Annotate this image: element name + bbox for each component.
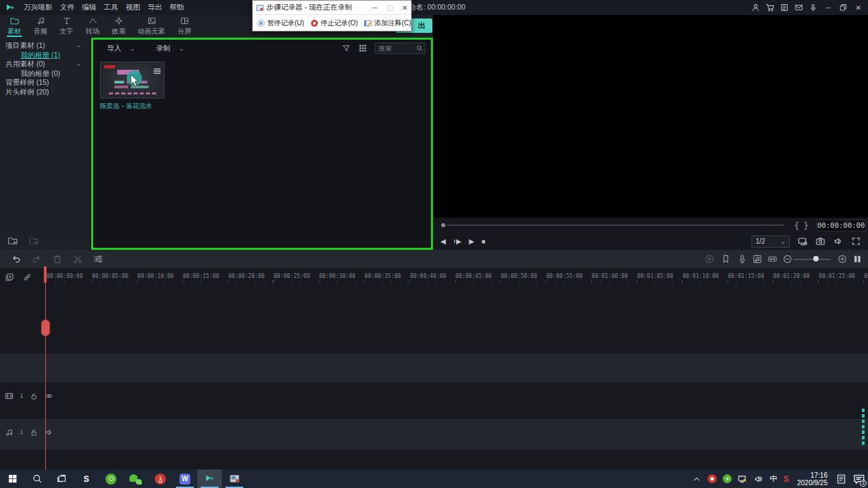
add-comment-button[interactable]: 添加注释(C) <box>364 18 411 28</box>
stop-button[interactable]: ■ <box>482 238 485 245</box>
playhead-head[interactable] <box>44 266 47 283</box>
menu-item[interactable]: 导出 <box>144 3 166 12</box>
mail-icon[interactable] <box>794 3 804 12</box>
media-clip-thumbnail[interactable] <box>100 62 164 99</box>
sidebar-item-intro-samples[interactable]: 片头样例 (20) <box>0 88 90 97</box>
fullscreen-icon[interactable] <box>851 236 861 246</box>
clip-caption[interactable]: 陈奕迅－落花流水 <box>100 102 152 111</box>
sidebar-item-my-album-shared[interactable]: 我的相册 (0) <box>0 69 90 79</box>
close-button[interactable]: ✕ <box>853 4 864 12</box>
delete-folder-icon[interactable] <box>29 235 39 246</box>
display-settings-icon[interactable] <box>797 236 808 246</box>
scrubber-track[interactable] <box>447 224 784 226</box>
tray-volume-icon[interactable] <box>754 474 763 484</box>
tab-media[interactable]: 素材 <box>1 15 27 38</box>
volume-icon[interactable] <box>833 236 843 246</box>
menu-item[interactable]: 编辑 <box>78 3 100 12</box>
account-icon[interactable] <box>751 3 760 12</box>
sidebar-item-background-samples[interactable]: 背景样例 (15) <box>0 78 90 88</box>
start-button[interactable] <box>0 470 25 488</box>
mark-in-icon[interactable]: { <box>792 220 802 231</box>
tab-text[interactable]: 文字 <box>53 15 79 38</box>
zoom-out-icon[interactable] <box>782 254 793 264</box>
undo-icon[interactable] <box>11 254 21 264</box>
network-display-icon[interactable] <box>738 474 747 484</box>
timeline-zoom-slider[interactable] <box>793 259 830 260</box>
stop-record-button[interactable]: 停止记录(O) <box>310 18 358 28</box>
link-icon[interactable] <box>23 272 32 282</box>
playhead-handle[interactable] <box>41 320 50 336</box>
menu-item[interactable]: 工具 <box>100 3 122 12</box>
playhead-line[interactable] <box>45 268 46 470</box>
dialog-minimize-button[interactable]: ─ <box>369 4 381 12</box>
play-button[interactable]: ▶ <box>469 237 474 245</box>
taskbar-app-netease[interactable] <box>148 470 173 488</box>
tab-audio[interactable]: 音频 <box>27 15 53 38</box>
marker-icon[interactable] <box>721 254 731 264</box>
tab-transition[interactable]: 转场 <box>79 15 106 38</box>
previous-frame-button[interactable]: ◀ <box>441 237 446 245</box>
next-frame-button[interactable]: ▶ <box>454 237 462 245</box>
timeline-track-lane-lower[interactable] <box>0 419 868 450</box>
split-scissors-icon[interactable] <box>73 254 83 264</box>
lock-track-icon[interactable] <box>29 391 38 400</box>
taskbar-app-blue[interactable]: W <box>173 470 197 488</box>
dialog-close-button[interactable]: ✕ <box>399 4 411 12</box>
timeline-scrollbar[interactable] <box>862 409 865 446</box>
track-height-toggle-icon[interactable] <box>852 254 863 264</box>
chevron-down-icon[interactable]: ⌄ <box>76 59 82 68</box>
mark-out-icon[interactable]: } <box>802 220 811 231</box>
snapshot-camera-icon[interactable] <box>815 236 826 246</box>
action-center-button[interactable]: 3 <box>853 473 865 485</box>
sidebar-item-my-album-project[interactable]: 我的相册 (1) <box>0 51 90 60</box>
license-icon[interactable] <box>780 3 789 12</box>
menu-item[interactable]: 万兴喵影 <box>20 3 56 12</box>
sidebar-item-shared-media[interactable]: 共用素材 (0) ⌄ <box>0 60 90 69</box>
tray-green-app-icon[interactable]: + <box>723 474 732 483</box>
grid-view-icon[interactable] <box>358 44 367 53</box>
chevron-down-icon[interactable]: ⌄ <box>129 44 135 52</box>
voiceover-mic-icon[interactable] <box>737 254 747 264</box>
task-view-button[interactable] <box>49 470 74 488</box>
sidebar-item-project-media[interactable]: 项目素材 (1) ⌄ <box>0 41 90 51</box>
zoom-to-fit-icon[interactable] <box>767 254 778 264</box>
taskbar-app-wechat[interactable] <box>123 470 148 488</box>
restore-button[interactable] <box>839 3 848 12</box>
redo-icon[interactable] <box>32 254 42 264</box>
chevron-down-icon[interactable]: ⌄ <box>76 40 82 50</box>
cart-icon[interactable] <box>765 3 775 12</box>
taskbar-app-recorder[interactable] <box>222 470 247 488</box>
preview-scale-select[interactable]: 1/2 ⌄ <box>752 235 790 248</box>
lock-track-icon[interactable] <box>29 427 38 436</box>
minimize-button[interactable]: ─ <box>823 4 834 12</box>
render-preview-icon[interactable] <box>704 254 715 264</box>
menu-item[interactable]: 视图 <box>122 3 144 12</box>
taskbar-clock[interactable]: 17:16 2020/9/25 <box>795 472 830 487</box>
mic-icon[interactable] <box>808 3 818 12</box>
search-icon[interactable] <box>416 44 423 52</box>
taskbar-search-button[interactable] <box>25 470 49 488</box>
timeline-track-lane-upper[interactable] <box>0 354 868 382</box>
tab-splitscreen[interactable]: 分屏 <box>171 15 197 38</box>
import-button[interactable]: 导入 ⌄ <box>107 44 135 53</box>
record-button[interactable]: 录制 ⌄ <box>156 44 184 53</box>
adjust-properties-icon[interactable] <box>93 254 103 264</box>
delete-icon[interactable] <box>52 254 62 264</box>
taskbar-app-s[interactable]: S <box>74 470 99 488</box>
zoom-in-icon[interactable] <box>837 254 847 264</box>
menu-item[interactable]: 帮助 <box>166 3 188 12</box>
filter-icon[interactable] <box>342 44 351 53</box>
timeline-zoom-handle[interactable] <box>813 256 819 261</box>
manage-tracks-icon[interactable] <box>5 272 14 282</box>
chevron-down-icon[interactable]: ⌄ <box>178 44 184 52</box>
menu-item[interactable]: 文件 <box>56 3 78 12</box>
tab-elements[interactable]: 动画元素 <box>132 15 171 38</box>
scrubber-handle[interactable] <box>441 223 445 227</box>
journal-icon[interactable] <box>836 474 847 485</box>
tray-chevron-up-icon[interactable] <box>692 474 702 484</box>
sogou-ime-icon[interactable]: S <box>783 474 789 484</box>
pause-record-button[interactable]: 暂停记录(U) <box>257 18 304 28</box>
taskbar-app-filmora[interactable] <box>197 470 222 488</box>
tray-red-app-icon[interactable] <box>708 474 717 483</box>
ime-indicator[interactable]: 中 <box>769 474 777 484</box>
